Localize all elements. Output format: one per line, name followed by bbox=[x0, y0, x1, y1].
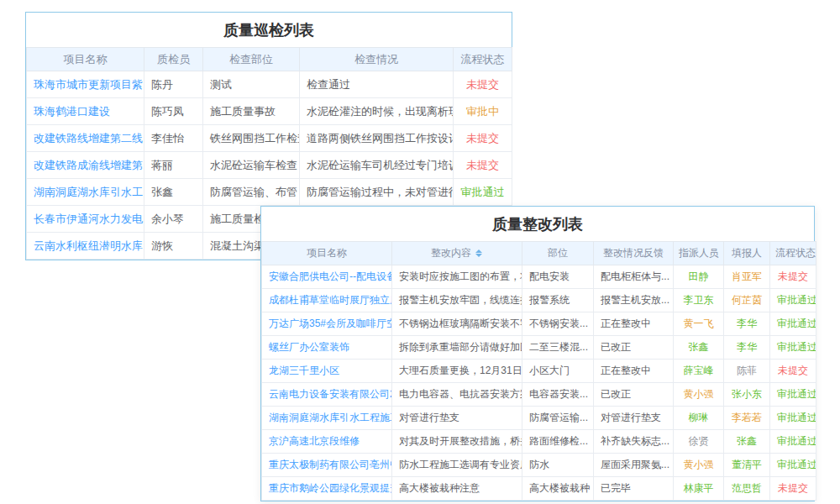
project-link[interactable]: 重庆太极制药有限公司亳州中... bbox=[269, 459, 392, 470]
column-header-label: 项目名称 bbox=[64, 53, 108, 66]
cell-reporter: 董清平 bbox=[724, 454, 770, 477]
cell-status: 未提交 bbox=[454, 71, 512, 98]
cell-project[interactable]: 万达广场35#会所及咖啡厅空... bbox=[262, 312, 392, 336]
column-header-label: 检查情况 bbox=[354, 53, 398, 66]
cell-content: 高大楼被栽种注意 bbox=[392, 477, 522, 501]
cell-text: 蒋丽 bbox=[151, 159, 173, 171]
cell-part: 配电安装 bbox=[522, 265, 594, 289]
sort-icon[interactable] bbox=[475, 248, 483, 260]
project-link[interactable]: 长春市伊通河水力发电... bbox=[34, 213, 144, 225]
cell-text: 铁丝网围挡工作检查 bbox=[210, 132, 300, 144]
cell-text: 道路两侧铁丝网围挡工作按设计... bbox=[307, 132, 454, 144]
cell-status: 审批通过 bbox=[770, 336, 816, 360]
status-text: 审批通过 bbox=[777, 341, 816, 353]
cell-assignee: 张鑫 bbox=[674, 336, 724, 360]
project-link[interactable]: 改建铁路成渝线增建第... bbox=[34, 159, 144, 171]
cell-project[interactable]: 安徽合肥供电公司--配电设备... bbox=[262, 265, 392, 289]
cell-status: 未提交 bbox=[454, 152, 512, 179]
cell-text: 张鑫 bbox=[151, 186, 173, 198]
cell-status: 审批通过 bbox=[770, 289, 816, 312]
project-link[interactable]: 湖南洞庭湖水库引水工程施工... bbox=[269, 412, 392, 423]
cell-text: 薛宝峰 bbox=[684, 365, 714, 376]
cell-text: 防腐管运输、布管 bbox=[210, 186, 297, 198]
cell-inspector: 蒋丽 bbox=[144, 152, 203, 179]
cell-text: 黄小强 bbox=[684, 459, 714, 470]
project-link[interactable]: 重庆市鹅岭公园绿化景观提升... bbox=[269, 482, 392, 494]
cell-project[interactable]: 湖南洞庭湖水库引水工... bbox=[27, 179, 144, 206]
table-row: 云南电力设备安装有限公司20...电力电容器、电抗器安装方案...电容器安装..… bbox=[262, 383, 816, 407]
cell-status: 未提交 bbox=[770, 477, 816, 501]
project-link[interactable]: 珠海鹤港口建设 bbox=[34, 105, 110, 118]
cell-project[interactable]: 京沪高速北京段维修 bbox=[262, 430, 392, 454]
cell-project[interactable]: 长春市伊通河水力发电... bbox=[27, 206, 144, 233]
cell-text: 肖亚军 bbox=[732, 270, 762, 282]
cell-location: 测试 bbox=[203, 71, 300, 98]
cell-project[interactable]: 龙湖三千里小区 bbox=[262, 360, 392, 383]
cell-text: 正在整改中 bbox=[601, 318, 651, 329]
project-link[interactable]: 改建铁路线增建第二线... bbox=[34, 132, 144, 144]
cell-location: 防腐管运输、布管 bbox=[203, 179, 300, 206]
column-header-project: 项目名称 bbox=[262, 242, 392, 265]
rectification-panel-title: 质量整改列表 bbox=[261, 207, 814, 241]
cell-text: 水泥砼运输车检查 bbox=[210, 159, 297, 171]
cell-project[interactable]: 螺丝厂办公室装饰 bbox=[262, 336, 392, 360]
cell-reporter: 何芷茵 bbox=[724, 289, 770, 312]
cell-project[interactable]: 云南电力设备安装有限公司20... bbox=[262, 383, 392, 407]
column-header-label: 检查部位 bbox=[229, 53, 273, 66]
cell-text: 林康平 bbox=[684, 482, 714, 494]
cell-feedback: 已改正 bbox=[594, 383, 674, 407]
cell-reporter: 陈菲 bbox=[724, 360, 770, 383]
quality-rectification-panel: 质量整改列表 项目名称整改内容部位整改情况反馈指派人员填报人流程状态安徽合肥供电… bbox=[260, 206, 815, 501]
table-row: 改建铁路线增建第二线...李佳怡铁丝网围挡工作检查道路两侧铁丝网围挡工作按设计.… bbox=[27, 125, 512, 152]
cell-project[interactable]: 改建铁路成渝线增建第... bbox=[27, 152, 144, 179]
cell-project[interactable]: 珠海市城市更新项目紫... bbox=[27, 71, 144, 98]
project-link[interactable]: 成都杜甫草堂临时展厅独立展... bbox=[269, 294, 392, 306]
cell-assignee: 柳琳 bbox=[674, 407, 724, 430]
cell-inspector: 陈丹 bbox=[144, 71, 203, 98]
cell-text: 高大楼被栽种注意 bbox=[399, 482, 480, 494]
cell-content: 不锈钢边框玻璃隔断安装不牢... bbox=[392, 312, 522, 336]
cell-project[interactable]: 成都杜甫草堂临时展厅独立展... bbox=[262, 289, 392, 312]
cell-project[interactable]: 重庆市鹅岭公园绿化景观提升... bbox=[262, 477, 392, 501]
sort-desc-caret-icon[interactable] bbox=[475, 254, 482, 260]
project-link[interactable]: 万达广场35#会所及咖啡厅空... bbox=[269, 318, 392, 329]
cell-status: 未提交 bbox=[770, 265, 816, 289]
cell-part: 电容器安装... bbox=[522, 383, 594, 407]
project-link[interactable]: 京沪高速北京段维修 bbox=[269, 435, 360, 447]
cell-detail: 防腐管运输过程中，未对管进行... bbox=[300, 179, 454, 206]
cell-project[interactable]: 湖南洞庭湖水库引水工程施工... bbox=[262, 407, 392, 430]
cell-project[interactable]: 云南水利枢纽潜明水库... bbox=[27, 233, 144, 260]
column-header-feedback: 整改情况反馈 bbox=[594, 242, 674, 265]
project-link[interactable]: 湖南洞庭湖水库引水工... bbox=[34, 186, 144, 198]
cell-assignee: 林康平 bbox=[674, 477, 724, 501]
cell-text: 检查通过 bbox=[307, 78, 350, 91]
cell-inspector: 张鑫 bbox=[144, 179, 203, 206]
cell-status: 审批通过 bbox=[770, 383, 816, 407]
cell-text: 不锈钢安装... bbox=[529, 318, 588, 329]
cell-text: 黄一飞 bbox=[684, 318, 714, 329]
project-link[interactable]: 螺丝厂办公室装饰 bbox=[269, 341, 349, 353]
project-link[interactable]: 安徽合肥供电公司--配电设备... bbox=[269, 270, 392, 282]
cell-project[interactable]: 改建铁路线增建第二线... bbox=[27, 125, 144, 152]
cell-text: 水泥砼灌注的时候，出现离析现象 bbox=[307, 105, 454, 118]
cell-status: 审批通过 bbox=[770, 312, 816, 336]
project-link[interactable]: 云南水利枢纽潜明水库... bbox=[34, 239, 144, 252]
cell-text: 田静 bbox=[689, 270, 709, 282]
cell-project[interactable]: 重庆太极制药有限公司亳州中... bbox=[262, 454, 392, 477]
project-link[interactable]: 珠海市城市更新项目紫... bbox=[34, 78, 144, 91]
table-row: 珠海市城市更新项目紫...陈丹测试检查通过未提交 bbox=[27, 71, 512, 98]
project-link[interactable]: 龙湖三千里小区 bbox=[269, 365, 339, 376]
sort-asc-caret-icon[interactable] bbox=[475, 246, 482, 253]
cell-text: 防腐管运输过程中，未对管进行... bbox=[307, 186, 454, 198]
column-header-content[interactable]: 整改内容 bbox=[392, 242, 522, 265]
column-header-label: 填报人 bbox=[732, 247, 762, 259]
status-text: 审批通过 bbox=[777, 294, 816, 306]
cell-text: 配电柜柜体与... bbox=[601, 270, 669, 282]
project-link[interactable]: 云南电力设备安装有限公司20... bbox=[269, 388, 392, 400]
cell-text: 大理石质量更换，12月31日之... bbox=[399, 365, 522, 376]
cell-content: 对管进行垫支 bbox=[392, 407, 522, 430]
cell-text: 李佳怡 bbox=[151, 132, 184, 144]
column-header-assignee: 指派人员 bbox=[674, 242, 724, 265]
cell-project[interactable]: 珠海鹤港口建设 bbox=[27, 98, 144, 125]
table-row: 改建铁路成渝线增建第...蒋丽水泥砼运输车检查水泥砼运输车司机经过专门培训...… bbox=[27, 152, 512, 179]
